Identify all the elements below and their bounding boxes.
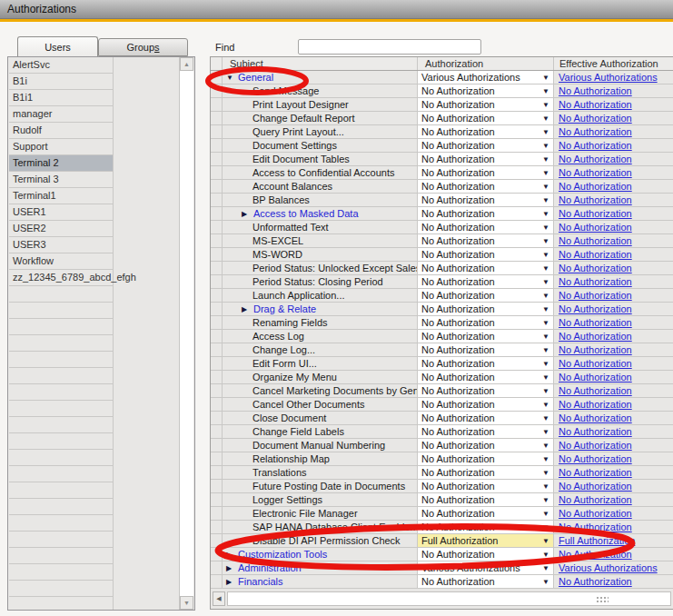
dropdown-arrow-icon[interactable]: ▼: [542, 128, 553, 136]
authorization-dropdown[interactable]: No Authorization ▼: [418, 303, 554, 315]
dropdown-arrow-icon[interactable]: ▼: [542, 237, 553, 245]
effective-authorization-link[interactable]: No Authorization: [559, 85, 632, 96]
subject-cell[interactable]: Edit Form UI...: [223, 357, 418, 370]
subject-cell[interactable]: ▶ Financials: [223, 575, 418, 588]
dropdown-arrow-icon[interactable]: ▼: [542, 87, 553, 95]
effective-authorization-link[interactable]: No Authorization: [559, 235, 632, 246]
row-selector[interactable]: [211, 289, 223, 302]
effective-authorization-link[interactable]: No Authorization: [559, 522, 632, 532]
subject-cell[interactable]: Logger Settings: [223, 493, 418, 506]
dropdown-arrow-icon[interactable]: ▼: [542, 292, 553, 300]
subject-cell[interactable]: Cancel Marketing Documents by Generati: [223, 384, 418, 397]
authorization-dropdown[interactable]: No Authorization ▼: [418, 493, 554, 506]
dropdown-arrow-icon[interactable]: ▼: [542, 496, 553, 504]
user-list-item[interactable]: manager: [9, 106, 114, 123]
subject-cell[interactable]: Unformatted Text: [223, 221, 418, 233]
subject-cell[interactable]: Account Balances: [223, 180, 418, 193]
subject-cell[interactable]: MS-WORD: [223, 248, 418, 261]
authorization-dropdown[interactable]: No Authorization ▼: [418, 98, 554, 111]
dropdown-arrow-icon[interactable]: ▼: [542, 346, 553, 354]
tree-toggle-icon[interactable]: ▶: [226, 551, 238, 559]
dropdown-arrow-icon[interactable]: ▼: [542, 564, 553, 572]
effective-authorization-link[interactable]: No Authorization: [559, 372, 632, 383]
effective-authorization-link[interactable]: No Authorization: [559, 481, 632, 492]
row-selector[interactable]: [211, 561, 223, 574]
subject-cell[interactable]: Relationship Map: [223, 452, 418, 465]
user-list-item[interactable]: Terminal 3: [9, 172, 114, 188]
row-selector[interactable]: [211, 84, 223, 97]
subject-cell[interactable]: Document Settings: [223, 139, 418, 152]
subject-cell[interactable]: Translations: [223, 466, 418, 479]
dropdown-arrow-icon[interactable]: ▼: [542, 264, 553, 273]
row-selector[interactable]: [211, 125, 223, 138]
subject-cell[interactable]: ▶ Administration: [223, 561, 418, 574]
dropdown-arrow-icon[interactable]: ▼: [542, 74, 553, 82]
subject-cell[interactable]: SAP HANA Database Client Enablement: [223, 521, 418, 533]
row-selector[interactable]: [211, 357, 223, 370]
row-selector[interactable]: [211, 412, 223, 424]
effective-authorization-link[interactable]: No Authorization: [559, 303, 632, 314]
scrollbar-track[interactable]: [227, 591, 671, 606]
authorization-dropdown[interactable]: No Authorization ▼: [418, 166, 554, 179]
tree-toggle-icon[interactable]: ▶: [242, 210, 253, 218]
dropdown-arrow-icon[interactable]: ▼: [542, 210, 553, 218]
authorization-dropdown[interactable]: No Authorization ▼: [418, 480, 554, 492]
user-list-item[interactable]: B1i1: [9, 90, 114, 106]
row-selector[interactable]: [211, 521, 223, 533]
authorization-dropdown[interactable]: No Authorization ▼: [418, 275, 554, 288]
scroll-left-button[interactable]: ◀: [213, 591, 225, 606]
dropdown-arrow-icon[interactable]: ▼: [542, 183, 553, 191]
effective-authorization-link[interactable]: Full Authorization: [559, 535, 635, 546]
row-selector[interactable]: [211, 480, 223, 492]
subject-cell[interactable]: Edit Document Tables: [223, 153, 418, 165]
row-selector[interactable]: [211, 466, 223, 479]
effective-authorization-link[interactable]: No Authorization: [559, 263, 632, 273]
dropdown-arrow-icon[interactable]: ▼: [542, 537, 553, 545]
subject-cell[interactable]: Change Field Labels: [223, 425, 418, 438]
authorization-dropdown[interactable]: No Authorization ▼: [418, 439, 554, 452]
subject-cell[interactable]: Period Status: Closing Period: [223, 275, 418, 288]
subject-cell[interactable]: Future Posting Date in Documents: [223, 480, 418, 492]
tab-groups[interactable]: Groups: [98, 38, 188, 56]
dropdown-arrow-icon[interactable]: ▼: [542, 333, 553, 341]
authorization-dropdown[interactable]: No Authorization ▼: [418, 452, 554, 465]
effective-authorization-link[interactable]: No Authorization: [559, 440, 632, 451]
effective-authorization-link[interactable]: No Authorization: [559, 222, 632, 233]
authorization-dropdown[interactable]: No Authorization ▼: [418, 575, 554, 588]
subject-cell[interactable]: Access to Confidential Accounts: [223, 166, 418, 179]
row-selector[interactable]: [211, 71, 223, 84]
user-list-item[interactable]: Terminal1: [9, 188, 114, 204]
user-list-item[interactable]: Workflow: [9, 253, 114, 270]
effective-authorization-link[interactable]: No Authorization: [559, 412, 632, 423]
tree-toggle-icon[interactable]: ▼: [226, 74, 238, 82]
effective-authorization-link[interactable]: No Authorization: [559, 549, 632, 560]
subject-cell[interactable]: Change Log...: [223, 343, 418, 356]
row-selector[interactable]: [211, 153, 223, 165]
effective-authorization-link[interactable]: No Authorization: [559, 167, 632, 178]
subject-cell[interactable]: Query Print Layout...: [223, 125, 418, 138]
dropdown-arrow-icon[interactable]: ▼: [542, 251, 553, 259]
user-list-item[interactable]: zz_12345_6789_abcd_efgh: [9, 270, 114, 286]
subject-cell[interactable]: Organize My Menu: [223, 371, 418, 383]
authorization-dropdown[interactable]: No Authorization ▼: [418, 466, 554, 479]
effective-authorization-link[interactable]: No Authorization: [559, 208, 632, 219]
subject-cell[interactable]: Change Default Report: [223, 112, 418, 124]
effective-authorization-link[interactable]: No Authorization: [559, 154, 632, 164]
subject-cell[interactable]: Cancel Other Documents: [223, 398, 418, 411]
find-input[interactable]: [298, 39, 481, 55]
row-selector[interactable]: [211, 112, 223, 124]
authorization-dropdown[interactable]: No Authorization ▼: [418, 384, 554, 397]
authorization-dropdown[interactable]: No Authorization ▼: [418, 548, 554, 561]
dropdown-arrow-icon[interactable]: ▼: [542, 305, 553, 313]
row-selector[interactable]: [211, 139, 223, 152]
tab-users[interactable]: Users: [17, 36, 98, 56]
row-selector[interactable]: [211, 207, 223, 220]
row-selector[interactable]: [211, 303, 223, 315]
row-selector[interactable]: [211, 234, 223, 247]
effective-authorization-link[interactable]: No Authorization: [559, 344, 632, 355]
effective-authorization-link[interactable]: Various Authorizations: [559, 72, 658, 83]
subject-cell[interactable]: MS-EXCEL: [223, 234, 418, 247]
dropdown-arrow-icon[interactable]: ▼: [542, 224, 553, 232]
authorization-dropdown[interactable]: No Authorization ▼: [418, 357, 554, 370]
scroll-down-button[interactable]: ▼: [180, 596, 193, 610]
